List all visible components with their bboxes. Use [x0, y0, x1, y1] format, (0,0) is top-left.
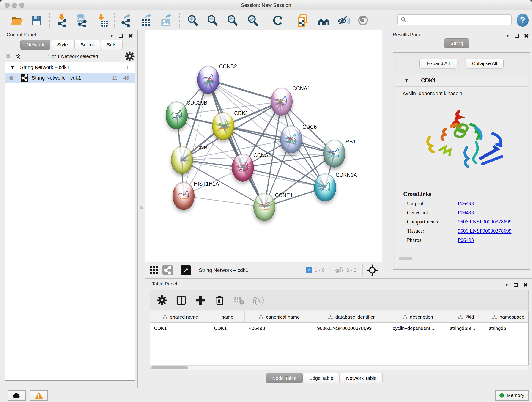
clone-network-icon[interactable]	[297, 14, 310, 27]
network-view-icon[interactable]	[162, 265, 173, 275]
add-column-icon[interactable]	[195, 294, 206, 306]
left-splitter-grip[interactable]	[139, 206, 143, 209]
table-horizontal-scrollbar[interactable]	[150, 365, 529, 370]
help-button[interactable]: ?	[517, 14, 529, 27]
network-canvas[interactable]: CCNB2CCNA1CDC25BCDK1CDC6RB1CCNB1CCNA2CDK…	[145, 30, 382, 262]
scrollbar-thumb[interactable]	[151, 366, 188, 369]
crosslink-compartments--link[interactable]: 9606.ENSP00000378699	[458, 219, 512, 225]
show-graphics-details-icon[interactable]	[357, 14, 370, 27]
zoom-in-icon[interactable]	[186, 14, 199, 27]
table-options-gear-icon[interactable]	[156, 294, 168, 306]
node-ccnb2[interactable]	[197, 66, 219, 94]
tree-row-network[interactable]: String Network – cdk11148	[5, 73, 135, 83]
table-row[interactable]: CDK1CDK1P064939606.ENSP00000378699cyclin…	[150, 323, 528, 333]
tree-row-collection[interactable]: ▼String Network – cdk11	[5, 62, 135, 73]
panel-float-icon[interactable]	[514, 283, 518, 287]
collapse-all-button[interactable]: Collapse All	[466, 59, 504, 68]
node-label-ccne1: CCNE1	[275, 192, 293, 198]
crosslink-uniprot--link[interactable]: P06493	[458, 201, 474, 206]
export-network-icon[interactable]	[120, 14, 133, 27]
tab-network[interactable]: Network	[20, 40, 51, 50]
node-cdk1[interactable]	[212, 112, 234, 140]
export-image-icon[interactable]	[159, 14, 173, 27]
node-rb1[interactable]	[323, 140, 345, 167]
collapse-all-icon[interactable]	[5, 53, 12, 60]
panel-close-icon[interactable]: ✖	[524, 32, 529, 39]
panel-close-icon[interactable]: ✖	[523, 281, 528, 288]
column-header-namespace[interactable]: namespace	[485, 312, 529, 322]
edge-CCNB2-HIST1H1A[interactable]	[184, 80, 208, 196]
zoom-fit-icon[interactable]	[226, 14, 239, 27]
crosslink-pharos--link[interactable]: P06493	[458, 237, 474, 243]
collection-collapse-icon[interactable]: ▼	[10, 65, 15, 70]
open-session-icon[interactable]	[10, 14, 23, 27]
column-header--id[interactable]: @id	[446, 312, 485, 322]
panel-menu-icon[interactable]: ▼	[506, 34, 510, 38]
selected-checkbox-icon[interactable]: ✓	[306, 267, 312, 274]
tab-edge-table[interactable]: Edge Table	[303, 373, 340, 383]
protein-structure-thumbnail	[327, 145, 342, 161]
crosslink-tissues--link[interactable]: 9606.ENSP00000378699	[458, 228, 512, 234]
node-ccna2[interactable]	[232, 153, 254, 182]
search-input[interactable]	[406, 15, 511, 24]
cloud-status-button[interactable]	[8, 390, 26, 401]
detach-view-icon[interactable]: ↗	[181, 265, 191, 275]
results-scrollbar[interactable]	[399, 257, 412, 260]
crosslink-label: Compartments:	[403, 219, 458, 225]
grid-view-icon[interactable]	[149, 265, 159, 275]
panel-menu-icon[interactable]: ▼	[110, 34, 114, 38]
save-session-icon[interactable]	[30, 14, 43, 27]
hidden-eye-icon[interactable]	[335, 266, 344, 274]
column-header-name[interactable]: name	[210, 312, 245, 322]
node-hist1h1a[interactable]	[172, 182, 195, 210]
panel-menu-icon[interactable]: ▼	[505, 283, 509, 287]
tab-sets[interactable]: Sets	[101, 40, 123, 50]
export-table-icon[interactable]	[139, 14, 153, 27]
hide-graphics-details-icon[interactable]	[337, 14, 350, 27]
zoom-out-icon[interactable]	[206, 14, 219, 27]
memory-label: Memory	[507, 393, 524, 398]
control-panel-tabs: NetworkStyleSelectSets	[20, 40, 123, 50]
memory-button[interactable]: Memory	[495, 390, 529, 401]
delete-column-icon[interactable]	[214, 294, 225, 306]
zoom-selected-icon[interactable]	[246, 14, 259, 27]
column-header-description[interactable]: description	[389, 312, 446, 322]
node-table[interactable]: shared namenamecanonical namedatabase id…	[150, 311, 529, 365]
panel-close-icon[interactable]: ✖	[128, 32, 133, 39]
import-table-from-file-icon[interactable]	[95, 14, 109, 27]
app-window: Session: New Session ? Cont	[0, 0, 532, 402]
collapse-entry-icon[interactable]: ▼	[404, 78, 409, 83]
tab-select[interactable]: Select	[75, 40, 100, 50]
crosslink-genecard--link[interactable]: P06493	[458, 210, 474, 216]
expand-all-icon[interactable]	[15, 53, 22, 60]
search-field[interactable]	[397, 14, 512, 25]
show-columns-icon[interactable]	[176, 294, 187, 306]
network-options-gear-icon[interactable]	[124, 51, 135, 62]
import-network-from-database-icon[interactable]	[75, 14, 88, 27]
edge-CCNB2-CCNA1[interactable]	[208, 80, 282, 102]
expand-all-button[interactable]: Expand All	[419, 59, 457, 68]
node-cdc25b[interactable]	[166, 101, 188, 129]
panel-float-icon[interactable]	[515, 34, 519, 38]
import-network-from-file-icon[interactable]	[56, 14, 69, 27]
tab-string[interactable]: String	[444, 38, 469, 48]
refresh-icon[interactable]	[272, 14, 285, 27]
tab-node-table[interactable]: Node Table	[266, 373, 303, 383]
show-overview-icon[interactable]	[317, 14, 330, 27]
column-header-canonical-name[interactable]: canonical name	[245, 312, 313, 322]
column-header-database-identifier[interactable]: database identifier	[313, 312, 389, 322]
gene-entry-header[interactable]: ▼ CDK1	[395, 74, 528, 87]
column-header-shared-name[interactable]: shared name	[150, 312, 210, 322]
warning-status-button[interactable]	[30, 390, 48, 401]
node-ccnb1[interactable]	[171, 146, 193, 174]
node-cdc6[interactable]	[280, 125, 302, 153]
node-cdkn1a[interactable]	[314, 173, 336, 201]
panel-float-icon[interactable]	[119, 34, 123, 38]
edge-CCNB2-CCNE1[interactable]	[208, 80, 264, 207]
node-ccne1[interactable]	[253, 193, 275, 221]
tab-network-table[interactable]: Network Table	[340, 373, 383, 383]
node-ccna1[interactable]	[271, 88, 293, 115]
edge-HIST1H1A-CCNE1[interactable]	[184, 196, 264, 207]
tab-style[interactable]: Style	[51, 40, 74, 50]
crosshair-icon[interactable]	[366, 264, 378, 276]
